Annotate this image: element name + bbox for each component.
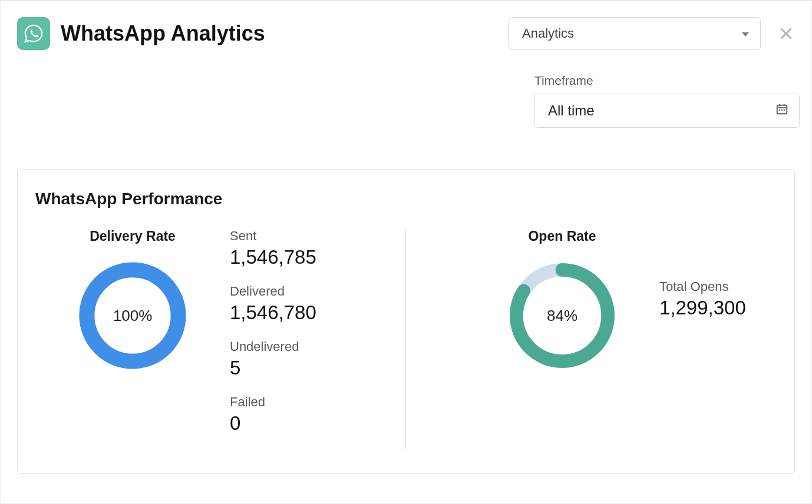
- timeframe-value: All time: [548, 102, 595, 119]
- delivery-rate-percent: 100%: [75, 258, 190, 373]
- total-opens-value: 1,299,300: [659, 297, 746, 319]
- whatsapp-icon: [17, 17, 50, 50]
- open-rate-title: Open Rate: [465, 228, 659, 244]
- sent-value: 1,546,785: [230, 246, 316, 268]
- delivered-label: Delivered: [230, 284, 316, 299]
- svg-rect-0: [777, 105, 787, 114]
- page-title: WhatsApp Analytics: [61, 21, 265, 46]
- undelivered-label: Undelivered: [230, 339, 316, 354]
- failed-value: 0: [230, 412, 316, 435]
- total-opens-label: Total Opens: [659, 279, 746, 294]
- delivery-stats: Sent 1,546,785 Delivered 1,546,780 Undel…: [230, 228, 316, 450]
- close-button[interactable]: [777, 25, 795, 42]
- view-selector-value: Analytics: [522, 26, 574, 41]
- open-rate-percent: 84%: [505, 258, 619, 373]
- open-section: Open Rate 84% Total Opens 1,299,300: [406, 228, 777, 450]
- svg-rect-4: [779, 110, 781, 111]
- sent-label: Sent: [230, 228, 316, 244]
- header: WhatsApp Analytics Analytics: [1, 1, 811, 50]
- delivery-rate-donut: 100%: [75, 258, 190, 373]
- svg-rect-5: [781, 110, 783, 111]
- failed-label: Failed: [230, 394, 316, 410]
- timeframe-label: Timeframe: [534, 74, 800, 88]
- delivery-rate-title: Delivery Rate: [35, 228, 230, 244]
- panel-title: WhatsApp Performance: [35, 190, 777, 208]
- open-stats: Total Opens 1,299,300: [659, 228, 746, 334]
- undelivered-value: 5: [230, 357, 316, 379]
- view-selector-dropdown[interactable]: Analytics: [509, 17, 761, 50]
- delivery-section: Delivery Rate 100% Sent 1,546,785 Delive…: [35, 228, 406, 450]
- svg-rect-6: [784, 110, 785, 111]
- delivered-value: 1,546,780: [230, 301, 316, 324]
- open-rate-donut: 84%: [505, 258, 619, 373]
- chevron-down-icon: [741, 26, 750, 41]
- filters-row: Timeframe All time: [1, 50, 811, 128]
- performance-panel: WhatsApp Performance Delivery Rate 100% …: [17, 169, 795, 474]
- calendar-icon: [775, 102, 788, 119]
- timeframe-dropdown[interactable]: All time: [534, 94, 800, 128]
